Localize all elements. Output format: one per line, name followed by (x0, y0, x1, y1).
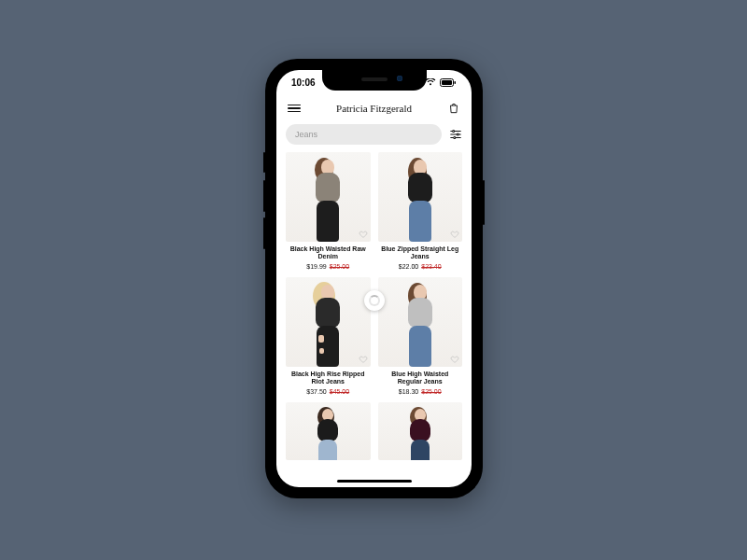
side-button (263, 180, 265, 212)
grid-row: Black High Waisted Raw Denim $19.99$25.0… (286, 152, 462, 272)
phone-frame: 10:06 Patricia Fitzgerald Jeans (265, 59, 483, 498)
product-card[interactable]: Blue High Waisted Regular Jeans $18.30$2… (378, 277, 463, 397)
phone-screen: 10:06 Patricia Fitzgerald Jeans (276, 70, 472, 487)
product-card[interactable]: Blue Zipped Straight Leg Jeans $22.00$23… (378, 152, 463, 272)
product-price: $22.00$23.40 (380, 263, 461, 270)
battery-icon (440, 78, 457, 87)
favorite-button[interactable] (450, 355, 459, 364)
product-title: Blue High Waisted Regular Jeans (380, 371, 461, 386)
product-caption: Black High Waisted Raw Denim $19.99$25.0… (286, 242, 371, 272)
product-caption: Black High Rise Ripped Riot Jeans $37.50… (286, 367, 371, 397)
product-card[interactable] (286, 402, 371, 460)
svg-point-12 (454, 136, 456, 138)
side-button (483, 180, 485, 225)
speaker (361, 77, 388, 81)
sliders-icon (449, 128, 462, 141)
notch (322, 70, 427, 91)
grid-row (286, 402, 462, 460)
app-header: Patricia Fitzgerald (276, 96, 472, 120)
product-title: Blue Zipped Straight Leg Jeans (380, 245, 461, 261)
favorite-button[interactable] (359, 355, 368, 364)
wifi-icon (425, 78, 436, 86)
search-value: Jeans (295, 130, 317, 139)
side-button (263, 217, 265, 249)
product-image (378, 277, 463, 367)
product-title: Black High Waisted Raw Denim (288, 245, 369, 261)
favorite-button[interactable] (450, 230, 459, 239)
favorite-button[interactable] (359, 230, 368, 239)
front-camera (397, 76, 402, 81)
product-card[interactable]: Black High Rise Ripped Riot Jeans $37.50… (286, 277, 371, 397)
product-image (378, 402, 463, 460)
product-image (286, 402, 371, 460)
shopping-bag-button[interactable] (447, 102, 460, 115)
product-price: $18.30$25.00 (380, 388, 461, 395)
product-price: $37.50$45.00 (288, 388, 369, 395)
product-caption: Blue Zipped Straight Leg Jeans $22.00$23… (378, 242, 463, 272)
svg-rect-6 (455, 81, 457, 84)
product-price: $19.99$25.00 (288, 263, 369, 270)
product-card[interactable] (378, 402, 463, 460)
brand-title: Patricia Fitzgerald (336, 103, 412, 114)
status-time: 10:06 (291, 77, 316, 88)
product-card[interactable]: Black High Waisted Raw Denim $19.99$25.0… (286, 152, 371, 272)
loading-spinner (364, 290, 385, 311)
svg-rect-5 (442, 80, 452, 85)
search-input[interactable]: Jeans (286, 124, 442, 145)
search-row: Jeans (286, 124, 462, 145)
product-image (286, 152, 371, 242)
menu-button[interactable] (288, 105, 301, 113)
svg-point-10 (453, 130, 455, 132)
filter-button[interactable] (449, 128, 462, 141)
svg-point-11 (457, 133, 458, 135)
product-image (378, 152, 463, 242)
product-title: Black High Rise Ripped Riot Jeans (288, 371, 369, 386)
product-caption: Blue High Waisted Regular Jeans $18.30$2… (378, 367, 463, 397)
product-grid[interactable]: Black High Waisted Raw Denim $19.99$25.0… (286, 152, 462, 480)
home-indicator[interactable] (337, 480, 412, 483)
product-image (286, 277, 371, 367)
side-button (263, 152, 265, 173)
